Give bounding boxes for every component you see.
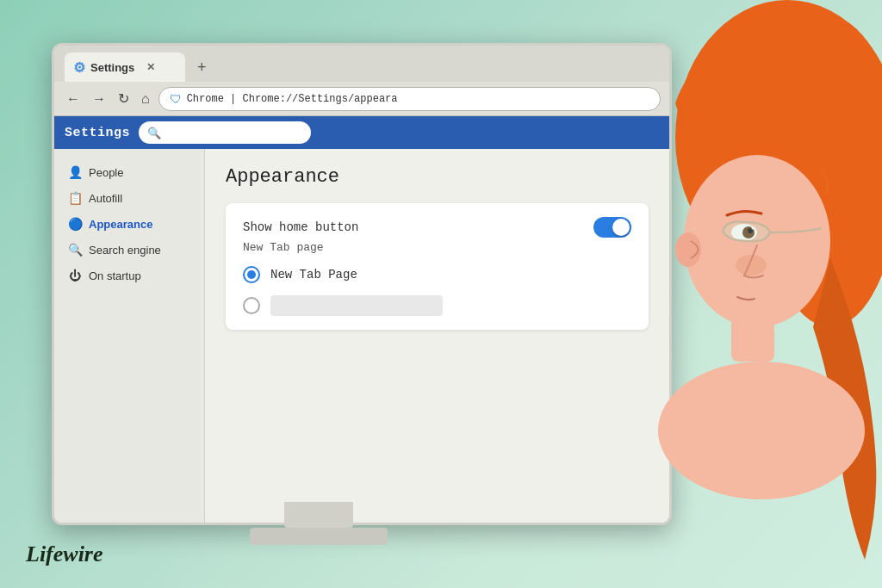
sidebar-people-label: People bbox=[89, 166, 123, 179]
radio-new-tab-page-label: New Tab Page bbox=[270, 268, 357, 282]
search-icon: 🔍 bbox=[147, 127, 161, 139]
tab-title: Settings bbox=[90, 61, 134, 74]
monitor-stand bbox=[284, 502, 353, 528]
url-text: Chrome | Chrome://Settings/appeara bbox=[187, 93, 398, 105]
home-button[interactable]: ⌂ bbox=[138, 90, 153, 108]
monitor-base bbox=[250, 528, 388, 545]
settings-tab[interactable]: ⚙ Settings ✕ bbox=[65, 53, 185, 82]
tab-settings-icon: ⚙ bbox=[73, 59, 85, 76]
sidebar: 👤 People 📋 Autofill 🔵 Appearance 🔍 Searc… bbox=[54, 149, 205, 525]
sidebar-item-people[interactable]: 👤 People bbox=[54, 159, 204, 185]
forward-button[interactable]: → bbox=[89, 90, 109, 108]
appearance-icon: 🔵 bbox=[68, 217, 82, 231]
svg-point-6 bbox=[658, 362, 865, 499]
reload-button[interactable]: ↻ bbox=[115, 89, 133, 108]
search-engine-icon: 🔍 bbox=[68, 243, 82, 257]
sidebar-item-appearance[interactable]: 🔵 Appearance bbox=[54, 211, 204, 237]
radio-custom-url-input[interactable] bbox=[270, 295, 443, 316]
radio-custom-url-outer bbox=[243, 297, 260, 314]
sidebar-item-search-engine[interactable]: 🔍 Search engine bbox=[54, 237, 204, 263]
lifewire-logo: Lifewire bbox=[26, 542, 103, 567]
sidebar-appearance-label: Appearance bbox=[89, 218, 152, 231]
sidebar-item-on-startup[interactable]: ⏻ On startup bbox=[54, 263, 204, 288]
autofill-icon: 📋 bbox=[68, 191, 82, 205]
security-icon: 🛡 bbox=[170, 92, 182, 106]
people-icon: 👤 bbox=[68, 165, 82, 179]
sidebar-item-autofill[interactable]: 📋 Autofill bbox=[54, 185, 204, 211]
svg-point-11 bbox=[736, 255, 767, 275]
startup-icon: ⏻ bbox=[68, 269, 82, 282]
sidebar-on-startup-label: On startup bbox=[89, 269, 141, 282]
radio-new-tab-page-outer bbox=[243, 266, 260, 283]
settings-search-bar[interactable]: 🔍 bbox=[139, 121, 311, 144]
settings-header-title: Settings bbox=[65, 126, 130, 140]
svg-rect-5 bbox=[731, 310, 774, 362]
back-button[interactable]: ← bbox=[63, 90, 84, 108]
person-illustration bbox=[537, 0, 882, 588]
new-tab-button[interactable]: + bbox=[189, 55, 215, 80]
show-home-button-label: Show home button bbox=[243, 220, 358, 234]
sidebar-autofill-label: Autofill bbox=[89, 192, 122, 205]
tab-close-button[interactable]: ✕ bbox=[146, 61, 155, 73]
radio-new-tab-page-inner bbox=[247, 270, 256, 279]
sidebar-search-engine-label: Search engine bbox=[89, 244, 161, 257]
